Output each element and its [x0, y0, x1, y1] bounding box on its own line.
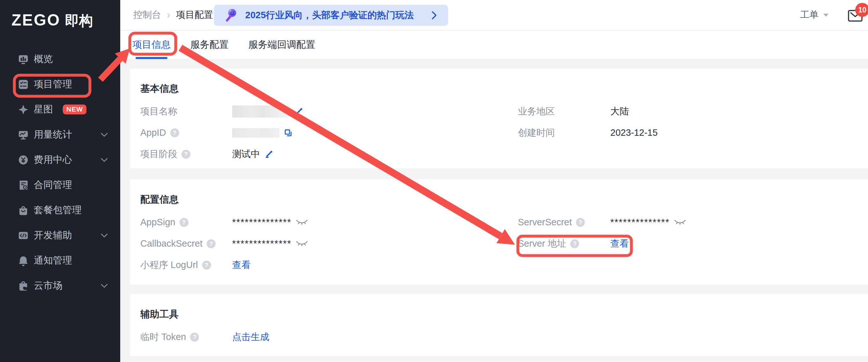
help-icon[interactable]: ? [170, 128, 179, 137]
logo-cjk: 即构 [65, 14, 93, 28]
edit-icon[interactable] [265, 150, 273, 158]
sidebar-item-dev-tools[interactable]: 开发辅助 [0, 223, 120, 248]
project-stage-value: 测试中 [232, 148, 260, 161]
sidebar-item-label: 费用中心 [34, 153, 72, 166]
section-title: 辅助工具 [140, 307, 868, 322]
ticket-dropdown[interactable]: 工单 [800, 9, 829, 21]
sidebar-item-project-management[interactable]: 项目管理 [0, 72, 120, 97]
appsign-masked-value: ************** [232, 217, 291, 228]
sidebar-item-label: 套餐包管理 [34, 204, 82, 217]
appsign-row: AppSign ? ************** [140, 211, 518, 233]
sidebar-item-label: 星图 [34, 103, 53, 116]
breadcrumb-current: 项目配置 [176, 9, 213, 21]
mail-unread-badge: 10 [855, 3, 868, 17]
tab-service-config[interactable]: 服务配置 [190, 31, 229, 59]
copy-icon[interactable] [284, 129, 292, 137]
promo-banner[interactable]: 2025行业风向，头部客户验证的热门玩法 [214, 5, 448, 26]
help-icon[interactable]: ? [207, 239, 216, 248]
topbar-tools: 工单 10 [800, 0, 863, 30]
help-icon[interactable]: ? [202, 261, 211, 270]
breadcrumb-console[interactable]: 控制台 [133, 9, 161, 21]
tools-card: 辅助工具 临时 Token ? 点击生成 [130, 294, 868, 356]
help-icon[interactable]: ? [190, 333, 199, 341]
sidebar-item-star-map[interactable]: 星图 NEW [0, 97, 120, 122]
config-info-left-column: AppSign ? ************** CallbackSecret … [140, 211, 518, 276]
field-label: AppID [140, 128, 166, 138]
sidebar-item-cost-center[interactable]: 费用中心 [0, 147, 120, 172]
field-label: ServerSecret [518, 217, 572, 228]
dev-tools-icon [18, 230, 29, 241]
callback-secret-row: CallbackSecret ? ************** [140, 233, 518, 254]
config-info-card: 配置信息 AppSign ? ************** [130, 179, 868, 285]
help-icon[interactable]: ? [181, 150, 190, 159]
view-server-address-link[interactable]: 查看 [610, 237, 629, 250]
redacted-project-name [232, 105, 290, 118]
chevron-down-icon [100, 157, 108, 163]
view-logurl-link[interactable]: 查看 [232, 259, 251, 271]
help-icon[interactable]: ? [576, 218, 585, 227]
tab-server-callback-config[interactable]: 服务端回调配置 [248, 31, 315, 59]
temp-token-row: 临时 Token ? 点击生成 [140, 326, 518, 348]
microphone-icon [223, 8, 238, 23]
main-content: 项目信息 服务配置 服务端回调配置 基本信息 项目名称 [120, 31, 868, 362]
project-management-icon [18, 79, 29, 90]
sidebar-item-package-management[interactable]: 套餐包管理 [0, 198, 120, 223]
eye-closed-icon[interactable] [674, 219, 686, 225]
help-icon[interactable]: ? [180, 218, 188, 227]
tools-left-column: 临时 Token ? 点击生成 [140, 326, 518, 348]
field-label: 小程序 LogUrl [140, 259, 198, 271]
contract-icon [18, 179, 29, 191]
basic-info-left-column: 项目名称 AppID ? [140, 101, 518, 165]
sidebar-item-contract-management[interactable]: 合同管理 [0, 172, 120, 198]
help-icon[interactable]: ? [570, 239, 579, 248]
cloud-market-icon [18, 280, 29, 292]
field-label: CallbackSecret [140, 238, 203, 249]
field-label: 项目名称 [140, 105, 177, 118]
field-label: 项目阶段 [140, 148, 177, 161]
sidebar-item-label: 云市场 [34, 279, 62, 292]
chevron-down-icon [100, 132, 108, 138]
sidebar-item-label: 通知管理 [34, 254, 72, 267]
sidebar-item-label: 合同管理 [34, 178, 72, 192]
eye-closed-icon[interactable] [296, 240, 308, 246]
generate-token-link[interactable]: 点击生成 [232, 331, 269, 343]
breadcrumb: 控制台 › 项目配置 [133, 0, 213, 30]
logo-latin: ZEGO [11, 12, 61, 28]
sidebar-item-label: 开发辅助 [34, 229, 72, 242]
sidebar-item-label: 用量统计 [34, 128, 72, 141]
eye-closed-icon[interactable] [296, 219, 308, 225]
sidebar-item-label: 项目管理 [34, 78, 72, 91]
breadcrumb-separator: › [167, 8, 170, 22]
tab-project-info[interactable]: 项目信息 [132, 31, 170, 59]
sidebar-item-notification-management[interactable]: 通知管理 [0, 248, 120, 273]
chevron-down-icon [100, 283, 108, 289]
callback-secret-masked-value: ************** [232, 238, 291, 249]
created-time-row: 创建时间 2023-12-15 [518, 122, 868, 143]
section-title: 配置信息 [140, 192, 868, 207]
sidebar-item-usage-stats[interactable]: 用量统计 [0, 122, 120, 147]
sidebar-item-overview[interactable]: 概览 [0, 46, 120, 72]
notification-icon [18, 255, 29, 266]
business-region-value: 大陆 [610, 105, 629, 118]
edit-icon[interactable] [294, 107, 303, 116]
server-address-row: Server 地址 ? 查看 [518, 233, 868, 254]
sidebar-item-cloud-market[interactable]: 云市场 [0, 273, 120, 298]
field-label: 业务地区 [518, 105, 555, 118]
topbar: 控制台 › 项目配置 2025 [120, 0, 868, 31]
ticket-label: 工单 [800, 9, 818, 21]
zego-logo[interactable]: ZEGO 即构 [11, 12, 93, 28]
mail-button[interactable]: 10 [847, 7, 863, 23]
field-label: 创建时间 [518, 127, 555, 139]
server-secret-masked-value: ************** [610, 217, 670, 228]
overview-icon [18, 54, 29, 65]
server-secret-row: ServerSecret ? ************** [518, 211, 868, 233]
section-title: 基本信息 [140, 81, 868, 96]
field-label: AppSign [140, 217, 175, 228]
sidebar-item-label: 概览 [34, 53, 53, 66]
appid-row: AppID ? [140, 122, 518, 143]
banner-text: 2025行业风向，头部客户验证的热门玩法 [245, 9, 425, 22]
field-label: 临时 Token [140, 331, 186, 343]
banner-chevron-icon [431, 11, 437, 20]
project-stage-row: 项目阶段 ? 测试中 [140, 143, 518, 165]
new-badge: NEW [63, 104, 86, 114]
